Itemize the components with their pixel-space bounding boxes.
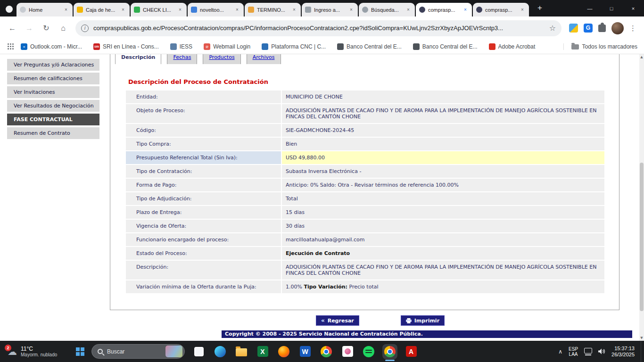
tab-productos[interactable]: Productos <box>203 54 240 64</box>
bookmark-star-icon[interactable]: ☆ <box>549 24 556 33</box>
bookmark-favicon: @ <box>204 43 210 50</box>
browser-tab-busqueda[interactable]: Búsqueda... × <box>359 3 415 16</box>
windows-logo-icon <box>76 347 84 356</box>
table-row-variacion: Variación mínima de la Oferta durante la… <box>126 280 604 293</box>
task-view-icon <box>194 347 204 356</box>
row-label: Tipo de Adjudicación: <box>126 192 281 205</box>
home-icon[interactable]: ⌂ <box>56 21 70 35</box>
sidebar-item-invitaciones[interactable]: Ver Invitaciones <box>7 86 99 98</box>
translate-icon[interactable]: G <box>584 24 593 33</box>
spotify-icon <box>363 346 374 357</box>
tab-close-icon[interactable]: × <box>120 7 126 13</box>
tab-close-icon[interactable]: × <box>291 7 297 13</box>
excel-app[interactable]: X <box>257 346 268 357</box>
sidebar-item-resumen-contrato[interactable]: Resumen de Contrato <box>7 127 99 139</box>
search-highlight-image[interactable] <box>165 346 182 357</box>
bookmark-banco-central-1[interactable]: Banco Central del E... <box>337 43 402 50</box>
photos-app[interactable] <box>342 346 353 357</box>
sidebar-item-calificaciones[interactable]: Resumen de calificaciones <box>7 73 99 84</box>
browser-tab-compraspublicas-active[interactable]: comprasp... × <box>416 3 472 16</box>
spotify-app[interactable] <box>363 346 374 357</box>
browser-tab-terminos[interactable]: TERMINO... × <box>245 3 301 16</box>
chrome-menu-icon[interactable]: ⋮ <box>629 24 636 33</box>
scrollbar-thumb[interactable] <box>640 163 644 311</box>
print-button[interactable]: Imprimir <box>401 315 445 326</box>
browser-tab-caja[interactable]: Caja de he... × <box>74 3 130 16</box>
tab-descripcion[interactable]: Descripción <box>115 54 161 64</box>
bookmark-iess[interactable]: IESS <box>170 43 192 50</box>
tab-close-icon[interactable]: × <box>405 7 412 13</box>
maximize-button[interactable]: □ <box>601 0 622 16</box>
bookmark-outlook[interactable]: o Outlook.com - Micr... <box>21 43 82 50</box>
edge-app[interactable] <box>215 346 226 357</box>
tab-close-icon[interactable]: × <box>177 7 183 13</box>
page-scrollbar[interactable]: ▲ ▼ <box>639 54 644 341</box>
volume-icon[interactable] <box>598 348 605 354</box>
bookmark-label: Adobe Acrobat <box>498 43 536 50</box>
bookmark-label: Plataforma CNC | C... <box>271 43 326 50</box>
tab-archivos[interactable]: Archivos <box>247 54 281 64</box>
tab-close-icon[interactable]: × <box>63 7 69 13</box>
taskbar-search[interactable]: Buscar <box>91 344 185 359</box>
back-button[interactable]: « Regresar <box>316 315 359 326</box>
language-indicator[interactable]: ESP LAA <box>569 346 578 357</box>
show-desktop-button[interactable] <box>641 341 643 362</box>
forward-icon[interactable]: → <box>22 21 36 35</box>
scroll-up-icon[interactable]: ▲ <box>639 54 644 60</box>
all-bookmarks-button[interactable]: Todos los marcadores <box>563 43 637 50</box>
chrome-app[interactable] <box>321 346 332 357</box>
address-bar[interactable]: i compraspublicas.gob.ec/ProcesoContrata… <box>75 20 561 36</box>
tab-favicon <box>191 7 197 13</box>
extensions-icon[interactable] <box>598 25 606 32</box>
firefox-app[interactable] <box>278 346 289 357</box>
pc-status-icon[interactable] <box>584 348 592 354</box>
tab-close-icon[interactable]: × <box>348 7 355 13</box>
browser-tab-ingreso[interactable]: Ingreso a... × <box>302 3 358 16</box>
bookmark-banco-central-2[interactable]: Banco Central del E... <box>413 43 478 50</box>
browser-tab-home[interactable]: Home × <box>17 3 73 16</box>
table-row: Funcionario encargado del proceso: marci… <box>126 233 604 246</box>
system-tray: ∧ ESP LAA 15:37:13 26/3/2025 <box>558 341 644 362</box>
chrome-icon <box>321 346 332 357</box>
bookmark-webmail[interactable]: @ Webmail Login <box>204 43 250 50</box>
tab-fechas[interactable]: Fechas <box>167 54 197 64</box>
url-text: compraspublicas.gob.ec/ProcesoContrataci… <box>93 25 545 32</box>
sidebar-item-preguntas[interactable]: Ver Preguntas y/ó Aclaraciones <box>7 59 99 71</box>
row-label: Plazo de Entrega: <box>126 206 281 219</box>
tab-close-icon[interactable]: × <box>519 7 526 13</box>
back-icon[interactable]: ← <box>5 21 19 35</box>
page-title: Descripción del Proceso de Contratación <box>128 78 619 85</box>
acrobat-app[interactable]: A <box>405 346 417 357</box>
minimize-button[interactable]: — <box>579 0 601 16</box>
weather-widget[interactable]: 2 ☁ 11°C Mayorm. nublado <box>0 341 70 362</box>
task-view-button[interactable] <box>193 346 205 357</box>
close-window-button[interactable]: × <box>622 0 644 16</box>
chrome-app-active[interactable] <box>384 346 396 357</box>
start-button[interactable] <box>70 341 91 362</box>
main-panel: Descripción Fechas Productos Archivos De… <box>110 54 619 310</box>
apps-grid-icon[interactable] <box>8 43 14 50</box>
action-buttons: « Regresar Imprimir <box>110 315 619 326</box>
bookmark-label: Webmail Login <box>213 43 250 50</box>
word-app[interactable]: W <box>299 346 311 357</box>
browser-tab-check[interactable]: CHECK LI... × <box>131 3 187 16</box>
profile-avatar[interactable] <box>611 22 624 34</box>
site-info-icon[interactable]: i <box>81 25 89 32</box>
clock[interactable]: 15:37:13 26/3/2025 <box>611 346 635 358</box>
refresh-icon[interactable]: ↻ <box>39 21 53 35</box>
tab-close-icon[interactable]: × <box>462 7 469 13</box>
new-tab-button[interactable]: + <box>534 2 546 14</box>
scroll-down-icon[interactable]: ▼ <box>639 335 644 341</box>
bookmark-cnc[interactable]: Plataforma CNC | C... <box>262 43 326 50</box>
sidebar-item-resultados[interactable]: Ver Resultados de Negociación <box>7 100 99 112</box>
browser-tab-compraspublicas-2[interactable]: comprasp... × <box>473 3 529 16</box>
bookmark-acrobat[interactable]: Adobe Acrobat <box>489 43 536 50</box>
word-icon: W <box>300 346 311 357</box>
tab-close-icon[interactable]: × <box>234 7 240 13</box>
extension-shortcut-icon[interactable] <box>569 24 578 33</box>
tray-expand-icon[interactable]: ∧ <box>558 348 562 355</box>
browser-tab-noveltoon[interactable]: noveltoo... × <box>188 3 244 16</box>
file-explorer-app[interactable] <box>236 346 247 357</box>
bookmark-sri[interactable]: SRI SRI en Línea - Cons... <box>93 43 159 50</box>
search-icon <box>98 349 103 354</box>
